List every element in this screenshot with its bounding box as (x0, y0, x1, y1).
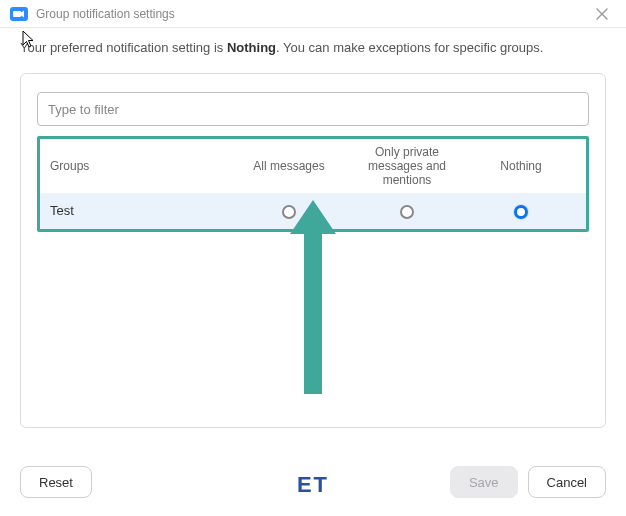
svg-rect-0 (13, 11, 21, 17)
titlebar: Group notification settings (0, 0, 626, 28)
header-groups: Groups (50, 159, 230, 173)
zoom-app-icon (10, 7, 28, 21)
header-mentions: Only private messages and mentions (348, 145, 466, 187)
reset-button[interactable]: Reset (20, 466, 92, 498)
settings-panel: Groups All messages Only private message… (20, 73, 606, 428)
cell-nothing (466, 203, 576, 219)
annotation-arrow-icon (290, 200, 336, 394)
radio-nothing[interactable] (514, 205, 528, 219)
cell-mentions (348, 203, 466, 219)
table-header: Groups All messages Only private message… (40, 139, 586, 193)
header-nothing: Nothing (466, 159, 576, 173)
header-all-messages: All messages (230, 159, 348, 173)
desc-suffix: . You can make exceptions for specific g… (276, 40, 543, 55)
filter-input[interactable] (37, 92, 589, 126)
description-text: Your preferred notification setting is N… (0, 28, 626, 59)
dialog-footer: Reset Save Cancel (0, 452, 626, 516)
desc-setting: Nothing (227, 40, 276, 55)
radio-mentions[interactable] (400, 205, 414, 219)
desc-prefix: Your preferred notification setting is (20, 40, 227, 55)
window-title: Group notification settings (36, 7, 588, 21)
save-button[interactable]: Save (450, 466, 518, 498)
row-group-name: Test (50, 203, 230, 218)
cancel-button[interactable]: Cancel (528, 466, 606, 498)
close-button[interactable] (588, 4, 616, 24)
